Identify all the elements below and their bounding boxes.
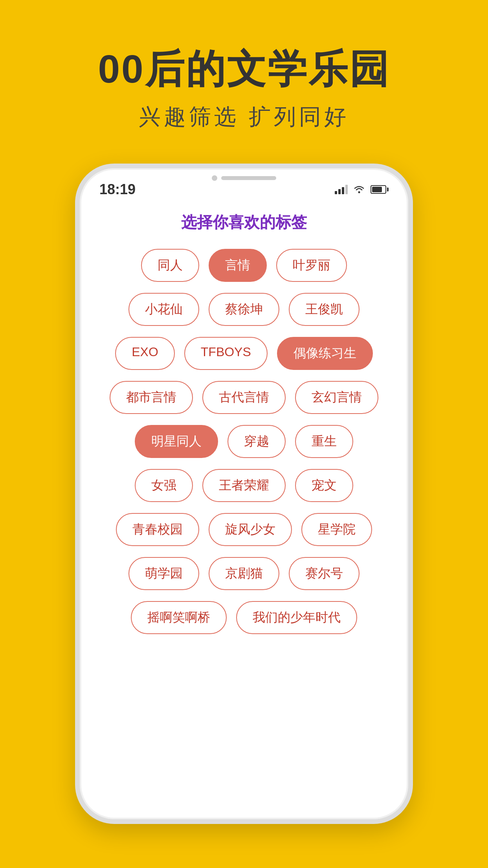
tag-5-2[interactable]: 宠文 [295, 469, 353, 502]
wifi-icon [353, 185, 365, 194]
page-title: 选择你喜欢的标签 [80, 211, 408, 233]
hero-title: 00后的文学乐园 [98, 47, 390, 90]
battery-icon [371, 185, 389, 194]
tag-0-1[interactable]: 言情 [209, 249, 267, 282]
tags-row-6: 青春校园旋风少女星学院 [116, 513, 372, 546]
tag-6-2[interactable]: 星学院 [301, 513, 372, 546]
status-bar: 18:19 [80, 168, 408, 204]
tag-3-0[interactable]: 都市言情 [110, 381, 193, 414]
tag-4-2[interactable]: 重生 [295, 425, 353, 458]
signal-icon [335, 185, 348, 194]
tag-6-0[interactable]: 青春校园 [116, 513, 199, 546]
camera-dot [212, 175, 217, 181]
tag-4-1[interactable]: 穿越 [227, 425, 286, 458]
tags-row-1: 小花仙蔡徐坤王俊凯 [128, 293, 360, 326]
phone-camera-area [212, 175, 276, 181]
tags-row-3: 都市言情古代言情玄幻言情 [110, 381, 378, 414]
tag-8-0[interactable]: 摇啊笑啊桥 [131, 601, 227, 634]
tag-8-1[interactable]: 我们的少年时代 [236, 601, 357, 634]
tag-1-0[interactable]: 小花仙 [128, 293, 199, 326]
tag-5-1[interactable]: 王者荣耀 [202, 469, 286, 502]
tags-row-5: 女强王者荣耀宠文 [135, 469, 353, 502]
tag-2-1[interactable]: TFBOYS [184, 337, 268, 370]
tag-7-0[interactable]: 萌学园 [128, 557, 199, 590]
status-icons [335, 185, 389, 194]
tag-7-2[interactable]: 赛尔号 [289, 557, 360, 590]
tag-2-2[interactable]: 偶像练习生 [277, 337, 373, 370]
tags-row-7: 萌学园京剧猫赛尔号 [128, 557, 360, 590]
tag-7-1[interactable]: 京剧猫 [209, 557, 279, 590]
tag-3-2[interactable]: 玄幻言情 [295, 381, 378, 414]
tags-container: 同人言情叶罗丽小花仙蔡徐坤王俊凯EXOTFBOYS偶像练习生都市言情古代言情玄幻… [80, 249, 408, 819]
tags-row-4: 明星同人穿越重生 [135, 425, 353, 458]
tag-4-0[interactable]: 明星同人 [135, 425, 218, 458]
tag-0-2[interactable]: 叶罗丽 [276, 249, 347, 282]
tag-1-1[interactable]: 蔡徐坤 [209, 293, 279, 326]
status-time: 18:19 [99, 181, 136, 198]
tag-3-1[interactable]: 古代言情 [202, 381, 286, 414]
tag-0-0[interactable]: 同人 [141, 249, 199, 282]
hero-subtitle: 兴趣筛选 扩列同好 [139, 102, 349, 132]
tag-1-2[interactable]: 王俊凯 [289, 293, 360, 326]
speaker-bar [221, 176, 276, 180]
tag-6-1[interactable]: 旋风少女 [209, 513, 292, 546]
tags-row-2: EXOTFBOYS偶像练习生 [115, 337, 373, 370]
tag-2-0[interactable]: EXO [115, 337, 175, 370]
svg-point-0 [358, 191, 360, 193]
phone-shell: 18:19 选择你喜欢的标签 同人言情叶罗丽小花仙蔡徐坤王俊凯EXOTFBOYS… [75, 164, 413, 824]
tags-row-8: 摇啊笑啊桥我们的少年时代 [131, 601, 357, 634]
tags-row-0: 同人言情叶罗丽 [141, 249, 347, 282]
tag-5-0[interactable]: 女强 [135, 469, 193, 502]
